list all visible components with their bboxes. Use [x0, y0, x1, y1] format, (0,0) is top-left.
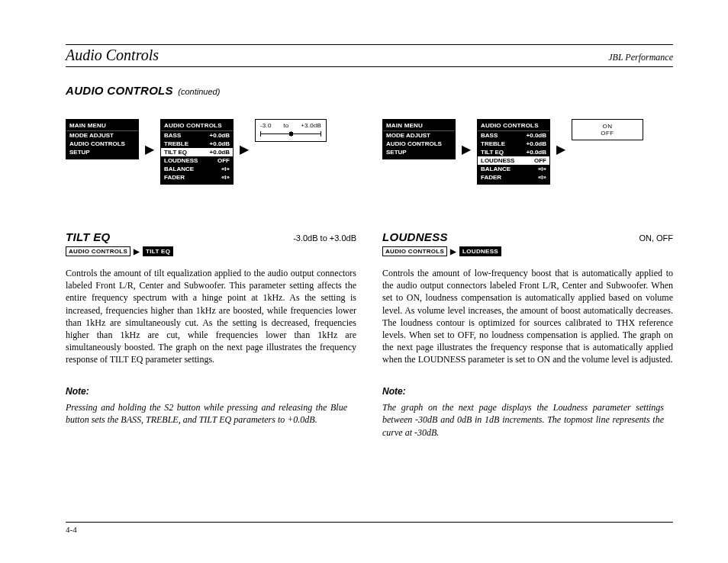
menu-row: SETUP — [66, 148, 138, 156]
menu-row-selected: LOUDNESSOFF — [478, 156, 549, 165]
diagram-right: MAIN MENU MODE ADJUST AUDIO CONTROLS SET… — [382, 119, 673, 185]
menu-main-right: MAIN MENU MODE ADJUST AUDIO CONTROLS SET… — [382, 119, 456, 159]
section-title-cont: (continued) — [178, 87, 220, 96]
slider-mid: to — [283, 122, 288, 129]
crumb-white: AUDIO CONTROLS — [66, 246, 130, 256]
section-title: AUDIO CONTROLS (continued) — [66, 84, 673, 98]
note-body-left: Pressing and holding the S2 button while… — [66, 401, 356, 426]
diagram-left: MAIN MENU MODE ADJUST AUDIO CONTROLS SET… — [66, 119, 356, 185]
menu-row: AUDIO CONTROLS — [383, 140, 455, 148]
menu-row-selected: TILT EQ+0.0dB — [161, 148, 233, 156]
menu-audio-left: AUDIO CONTROLS BASS+0.0dB TREBLE+0.0dB T… — [160, 119, 234, 185]
crumb-black: TILT EQ — [143, 246, 173, 256]
arrow-icon: ▶ — [240, 143, 249, 156]
heading-range: -3.0dB to +3.0dB — [293, 233, 356, 243]
slider-track — [260, 130, 321, 138]
menu-row: SETUP — [383, 148, 455, 156]
menu-row: TILT EQ+0.0dB — [478, 148, 549, 156]
slider-max: +3.0dB — [301, 122, 321, 129]
menu-row: TREBLE+0.0dB — [478, 140, 549, 148]
note-heading-right: Note: — [382, 386, 673, 397]
menu-row: TREBLE+0.0dB — [161, 140, 233, 148]
menu-row: BALANCE«I» — [478, 165, 549, 173]
columns: MAIN MENU MODE ADJUST AUDIO CONTROLS SET… — [66, 119, 673, 439]
top-rule — [66, 44, 673, 45]
heading-row-left: TILT EQ -3.0dB to +3.0dB — [66, 230, 356, 243]
col-right: MAIN MENU MODE ADJUST AUDIO CONTROLS SET… — [382, 119, 673, 439]
note-body-right: The graph on the next page displays the … — [382, 401, 673, 439]
menu-title: AUDIO CONTROLS — [478, 121, 549, 131]
breadcrumb-left: AUDIO CONTROLS ▶ TILT EQ — [66, 246, 356, 256]
menu-row: FADER«I» — [161, 173, 233, 182]
body-text-left: Controls the amount of tilt equalization… — [66, 267, 356, 366]
menu-row: MODE ADJUST — [383, 131, 455, 140]
col-left: MAIN MENU MODE ADJUST AUDIO CONTROLS SET… — [66, 119, 356, 439]
heading-row-right: LOUDNESS ON, OFF — [382, 230, 673, 243]
body-text-right: Controls the amount of low-frequency boo… — [382, 267, 673, 366]
breadcrumb-right: AUDIO CONTROLS ▶ LOUDNESS — [382, 246, 673, 256]
page: Audio Controls JBL Performance AUDIO CON… — [0, 0, 728, 563]
crumb-white: AUDIO CONTROLS — [382, 246, 447, 256]
heading-range: ON, OFF — [639, 233, 673, 243]
menu-row: BASS+0.0dB — [478, 131, 549, 140]
menu-audio-right: AUDIO CONTROLS BASS+0.0dB TREBLE+0.0dB T… — [477, 119, 550, 185]
option-on: ON — [572, 123, 643, 130]
option-box: ON OFF — [572, 119, 643, 140]
page-number: 4-4 — [66, 525, 673, 534]
arrow-icon: ▶ — [462, 143, 471, 156]
header-right: JBL Performance — [608, 52, 673, 63]
footer-rule — [66, 522, 673, 523]
chevron-right-icon: ▶ — [134, 247, 140, 256]
header-row: Audio Controls JBL Performance — [66, 47, 673, 64]
arrow-icon: ▶ — [145, 143, 154, 156]
heading-title: LOUDNESS — [382, 230, 448, 243]
sub-rule — [66, 66, 673, 67]
menu-row: AUDIO CONTROLS — [66, 140, 138, 148]
menu-row: BALANCE«I» — [161, 165, 233, 173]
menu-main-left: MAIN MENU MODE ADJUST AUDIO CONTROLS SET… — [66, 119, 139, 159]
section-title-main: AUDIO CONTROLS — [66, 84, 173, 97]
crumb-black: LOUDNESS — [459, 246, 501, 256]
menu-row: LOUDNESSOFF — [161, 156, 233, 165]
menu-title: MAIN MENU — [66, 121, 138, 131]
slider-box: -3.0 to +3.0dB — [255, 119, 327, 142]
menu-row: MODE ADJUST — [66, 131, 138, 140]
arrow-icon: ▶ — [556, 143, 565, 156]
menu-row: BASS+0.0dB — [161, 131, 233, 140]
slider-min: -3.0 — [260, 122, 272, 129]
menu-title: MAIN MENU — [383, 121, 455, 131]
option-off: OFF — [572, 130, 643, 137]
heading-title: TILT EQ — [66, 230, 110, 243]
header-left: Audio Controls — [66, 47, 159, 64]
note-heading-left: Note: — [66, 386, 356, 397]
chevron-right-icon: ▶ — [450, 247, 456, 256]
footer: 4-4 — [66, 522, 673, 534]
menu-title: AUDIO CONTROLS — [161, 121, 233, 131]
menu-row: FADER«I» — [478, 173, 549, 182]
